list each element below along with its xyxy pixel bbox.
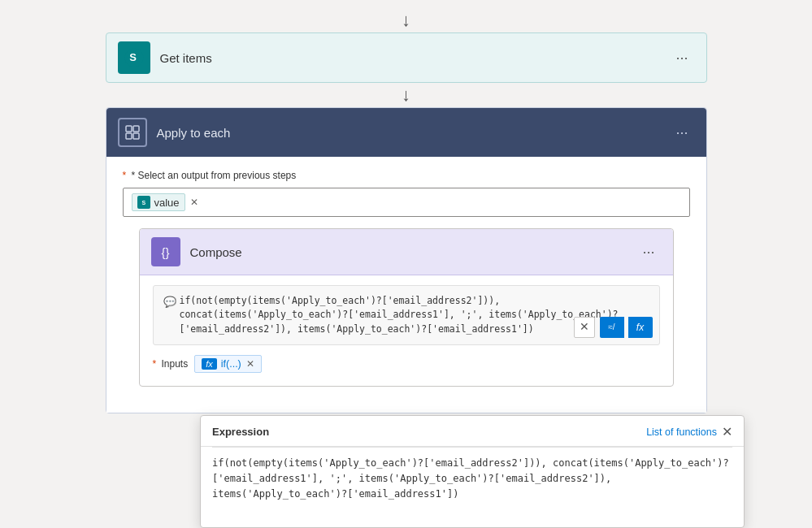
fx-token-label: if(...) [221,358,241,370]
fx-token[interactable]: fx if(...) ✕ [194,355,262,373]
expression-panel-close[interactable]: ✕ [722,424,732,439]
fx-badge: fx [202,358,217,370]
chat-icon: 💬 [163,294,176,310]
apply-to-each-header: Apply to each ··· [106,108,706,157]
compose-card: {} Compose ··· 💬 if(not(empty(items('App… [139,228,674,387]
inputs-required-star: * [153,358,157,370]
dynamic-content-btn[interactable]: ≈/ [600,317,624,338]
token-input[interactable]: S value ✕ [123,188,690,217]
inputs-row: * Inputs fx if(...) ✕ [153,355,660,373]
inputs-label-text: Inputs [162,358,189,370]
formula-btn-divider [626,317,627,338]
svg-text:S: S [141,200,145,206]
compose-more-options[interactable]: ··· [636,240,661,264]
apply-to-each-icon [118,118,147,147]
compose-title: Compose [190,245,636,259]
apply-to-each-title: Apply to each [157,126,670,140]
formula-close-btn[interactable]: ✕ [574,317,595,338]
get-items-card: S Get items ··· [106,32,707,83]
value-token: S value [132,193,185,211]
expression-textarea[interactable]: if(not(empty(items('Apply_to_each')?['em… [212,456,732,513]
list-of-functions-btn[interactable]: List of functions [646,426,717,438]
svg-rect-2 [126,126,132,132]
apply-to-each-body: * * Select an output from previous steps… [106,157,706,413]
expression-header-right: List of functions ✕ [646,424,732,439]
svg-rect-5 [133,133,139,139]
arrow-top: ↓ [402,10,410,31]
apply-to-each-more-options[interactable]: ··· [669,121,694,145]
expression-panel-title: Expression [212,426,269,438]
svg-rect-4 [126,133,132,139]
compose-header: {} Compose ··· [140,229,673,275]
expression-btn[interactable]: fx [628,317,653,338]
expression-panel: Expression List of functions ✕ if(not(em… [200,415,745,528]
formula-buttons: ✕ ≈/ fx [574,317,653,338]
token-remove-btn[interactable]: ✕ [190,197,198,208]
select-output-label: * * Select an output from previous steps [123,170,690,181]
get-items-title: Get items [160,51,670,65]
svg-rect-3 [133,126,139,132]
canvas: ↓ S Get items ··· ↓ [0,0,812,528]
sharepoint-icon: S [118,41,150,74]
get-items-more-options[interactable]: ··· [669,46,694,70]
compose-body: 💬 if(not(empty(items('Apply_to_each')?['… [140,275,673,386]
svg-text:S: S [129,51,137,63]
expression-preview: 💬 if(not(empty(items('Apply_to_each')?['… [153,285,660,345]
token-sharepoint-icon: S [137,196,150,209]
arrow-middle: ↓ [402,84,410,106]
expression-panel-body: if(not(empty(items('Apply_to_each')?['em… [201,448,744,527]
expression-panel-header: Expression List of functions ✕ [201,416,744,447]
fx-token-remove[interactable]: ✕ [246,358,254,370]
apply-to-each-card: Apply to each ··· * * Select an output f… [106,107,707,413]
required-star: * [123,170,127,181]
compose-icon: {} [151,237,180,266]
inputs-label: * Inputs [153,358,189,370]
